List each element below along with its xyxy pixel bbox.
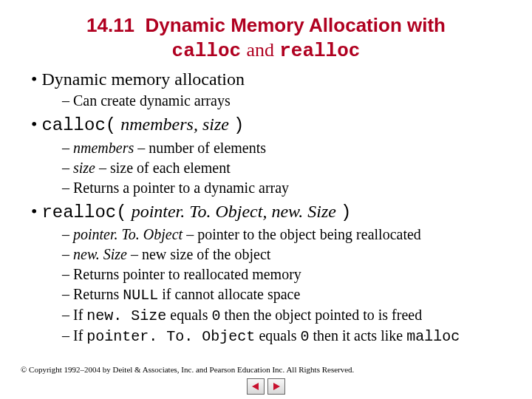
bullet-3a-text: – pointer to the object being reallocate… xyxy=(183,226,421,242)
bullet-3f-code: pointer. To. Object xyxy=(86,328,255,345)
svg-marker-0 xyxy=(252,383,259,390)
bullet-2a-text: – number of elements xyxy=(134,140,266,156)
bullet-3: realloc( pointer. To. Object, new. Size … xyxy=(21,200,511,347)
bullet-3e-post: then the object pointed to is freed xyxy=(220,307,422,323)
slide-title: 14.11 Dynamic Memory Allocation with cal… xyxy=(50,13,482,63)
bullet-2c-text: Returns a pointer to a dynamic array xyxy=(73,180,289,196)
bullet-1-text: Dynamic memory allocation xyxy=(41,69,245,89)
bullet-3a-term: pointer. To. Object xyxy=(73,226,183,242)
bullet-3a: pointer. To. Object – pointer to the obj… xyxy=(62,225,511,245)
title-and: and xyxy=(246,39,274,61)
title-number: 14.11 xyxy=(86,14,134,36)
arrow-right-icon xyxy=(271,381,282,392)
prev-button[interactable] xyxy=(247,378,265,395)
bullet-3-args: pointer. To. Object, new. Size xyxy=(132,202,336,221)
title-code-calloc: calloc xyxy=(172,40,242,62)
arrow-left-icon xyxy=(250,381,261,392)
bullet-3d-code: NULL xyxy=(123,287,158,304)
bullet-3f-code2: 0 xyxy=(300,328,309,345)
bullet-3c: Returns pointer to reallocated memory xyxy=(62,265,511,284)
bullet-3f-pre: If xyxy=(73,327,86,344)
svg-marker-1 xyxy=(273,383,280,390)
bullet-2c: Returns a pointer to a dynamic array xyxy=(62,178,511,198)
title-text: Dynamic Memory Allocation with xyxy=(146,14,446,36)
bullet-3e-mid: equals xyxy=(166,307,211,323)
bullet-2-args: nmembers, size xyxy=(120,115,229,134)
bullet-2-code-open: calloc( xyxy=(41,115,116,135)
bullet-2a-term: nmembers xyxy=(73,140,134,156)
bullet-3-code-open: realloc( xyxy=(41,202,126,222)
bullet-1-sublist: Can create dynamic arrays xyxy=(62,91,511,111)
bullet-1a: Can create dynamic arrays xyxy=(62,91,511,111)
bullet-3f-code3: malloc xyxy=(406,328,460,345)
bullet-3e-code2: 0 xyxy=(211,307,220,324)
bullet-3e: If new. Size equals 0 then the object po… xyxy=(62,305,511,326)
title-code-realloc: realloc xyxy=(279,40,360,62)
bullet-3-sublist: pointer. To. Object – pointer to the obj… xyxy=(62,225,511,347)
bullet-3d-pre: Returns xyxy=(73,286,123,302)
bullet-2-sublist: nmembers – number of elements size – siz… xyxy=(62,138,511,198)
bullet-2a: nmembers – number of elements xyxy=(62,138,511,158)
bullet-3f: If pointer. To. Object equals 0 then it … xyxy=(62,326,511,347)
bullet-3f-post: then it acts like xyxy=(309,327,406,344)
bullet-1: Dynamic memory allocation Can create dyn… xyxy=(21,67,511,111)
bullet-2b-text: – size of each element xyxy=(95,160,231,176)
bullet-3c-text: Returns pointer to reallocated memory xyxy=(73,266,301,282)
bullet-2b: size – size of each element xyxy=(62,158,511,178)
bullet-3e-code: new. Size xyxy=(86,307,166,324)
nav-buttons xyxy=(247,378,285,395)
copyright-footer: © Copyright 1992–2004 by Deitel & Associ… xyxy=(21,365,354,374)
bullet-3f-mid: equals xyxy=(255,327,300,344)
bullet-2: calloc( nmembers, size ) nmembers – numb… xyxy=(21,112,511,197)
bullet-2-code-close: ) xyxy=(233,115,244,135)
bullet-2b-term: size xyxy=(73,160,95,176)
bullet-3-code-close: ) xyxy=(341,202,351,222)
bullet-list: Dynamic memory allocation Can create dyn… xyxy=(21,67,511,347)
next-button[interactable] xyxy=(267,378,285,395)
bullet-3e-pre: If xyxy=(73,307,86,323)
bullet-1a-text: Can create dynamic arrays xyxy=(73,92,231,109)
bullet-3b: new. Size – new size of the object xyxy=(62,245,511,265)
bullet-3b-text: – new size of the object xyxy=(127,246,270,262)
bullet-3d: Returns NULL if cannot allocate space xyxy=(62,284,511,305)
bullet-3b-term: new. Size xyxy=(73,246,127,262)
bullet-3d-post: if cannot allocate space xyxy=(158,286,300,302)
